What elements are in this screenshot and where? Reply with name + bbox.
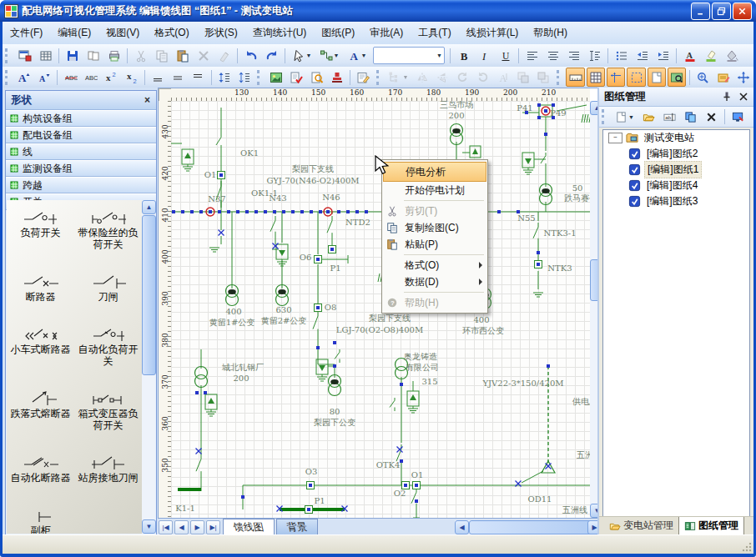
scrollbar-thumb[interactable] [142, 215, 156, 375]
underline-button[interactable]: U [496, 46, 515, 65]
print-button[interactable] [104, 46, 123, 65]
sheet-tab-0[interactable]: 馈线图 [223, 519, 275, 534]
menu-item-4[interactable]: 形状(S) [197, 23, 245, 43]
scroll-left-icon[interactable]: ◀ [455, 520, 469, 534]
move-shape-button[interactable] [734, 68, 753, 87]
distribute-v-button[interactable] [585, 46, 604, 65]
rp-delete-button[interactable] [702, 108, 721, 127]
shape-group-1[interactable]: 配电设备组 [6, 127, 156, 143]
rp-copy-button[interactable] [681, 108, 700, 127]
text-a-button[interactable]: A▼ [344, 46, 370, 65]
canvas-area[interactable]: 130140150160170180190200210 430420410400… [158, 88, 603, 519]
flip-v-button[interactable] [433, 68, 451, 87]
stamp-button[interactable] [328, 68, 346, 87]
save-button[interactable] [63, 46, 82, 65]
grid-button[interactable] [587, 68, 605, 87]
guides-button[interactable] [607, 68, 625, 87]
align-center-button[interactable] [543, 46, 562, 65]
shape-item-aux-cabinet[interactable]: 副柜 [7, 506, 74, 534]
indent-button[interactable] [653, 46, 673, 65]
spacing-inc-button[interactable] [215, 68, 234, 87]
context-menu-item-7[interactable]: 格式(O) [383, 257, 486, 273]
shape-item-auto-breaker[interactable]: 自动化断路器 [7, 454, 74, 484]
paste-button[interactable] [173, 46, 192, 65]
connector-button[interactable]: ▼ [316, 46, 342, 65]
format-brush-button[interactable] [214, 46, 234, 65]
table-calc-button[interactable] [36, 46, 55, 65]
menu-item-7[interactable]: 审批(A) [362, 23, 411, 43]
bold-button[interactable]: B [454, 46, 473, 65]
canvas-hscrollbar[interactable]: ◀ ▶ [455, 520, 602, 534]
shape-group-0[interactable]: 构筑设备组 [6, 110, 156, 127]
delete-button[interactable] [194, 46, 213, 65]
context-menu-item-4[interactable]: 复制绘图(C) [383, 219, 486, 236]
text-rotate-button[interactable]: A [494, 68, 512, 87]
shapes-panel-close-icon[interactable]: × [139, 94, 156, 106]
rp-open-button[interactable] [639, 108, 658, 127]
shape-group-3[interactable]: 监测设备组 [6, 160, 156, 177]
context-menu-item-8[interactable]: 数据(D) [383, 273, 486, 290]
abc-button[interactable]: ABC [82, 68, 100, 87]
next-page-icon[interactable]: ▶ [190, 520, 204, 534]
strikethrough-button[interactable]: ABC [61, 68, 79, 87]
shape-item-trolley-breaker[interactable]: 小车式断路器 [7, 325, 74, 367]
pan-view-button[interactable] [668, 68, 686, 87]
font-larger-button[interactable]: A [15, 68, 33, 87]
page-break-button[interactable] [648, 68, 666, 87]
shape-item-knife-switch[interactable]: 刀闸 [74, 273, 142, 303]
font-smaller-button[interactable]: A [35, 68, 53, 87]
rotate-left-button[interactable] [453, 68, 471, 87]
toolbar-grip[interactable] [557, 70, 563, 85]
zoom-fit-button[interactable] [693, 68, 712, 87]
panel-tab-1[interactable]: 图纸管理 [678, 517, 744, 535]
shape-item-dropout-fuse[interactable]: 跌落式熔断器 [7, 389, 74, 431]
bring-front-button[interactable] [514, 68, 532, 87]
ruler-button[interactable] [566, 68, 584, 87]
menu-item-1[interactable]: 编辑(E) [50, 23, 98, 43]
toolbar-grip[interactable] [376, 70, 383, 85]
menu-item-9[interactable]: 线损计算(L) [459, 23, 527, 43]
menu-item-5[interactable]: 查询统计(U) [245, 23, 315, 43]
flip-h-button[interactable] [412, 68, 431, 87]
align-right-button[interactable] [564, 46, 583, 65]
last-page-icon[interactable]: ▶| [206, 520, 220, 534]
pointer-button[interactable]: ▼ [289, 46, 315, 65]
superscript-button[interactable]: x2 [102, 68, 120, 87]
toolbar-grip[interactable] [602, 109, 608, 124]
shapes-scrollbar[interactable]: ▲ ▼ [142, 200, 155, 534]
shape-item-auto-load-switch[interactable]: 自动化负荷开关 [74, 325, 142, 367]
menu-item-2[interactable]: 视图(V) [98, 23, 147, 43]
line-low-button[interactable] [149, 68, 167, 87]
menu-item-8[interactable]: 工具(T) [411, 23, 458, 43]
rp-new-button[interactable]: ▼ [612, 108, 638, 127]
numbered-list-button[interactable] [612, 46, 631, 65]
context-menu-item-5[interactable]: 粘贴(P) [383, 236, 486, 253]
sheet-check-button[interactable] [287, 68, 305, 87]
highlight-brush-button[interactable] [701, 46, 720, 65]
menu-item-10[interactable]: 帮助(H) [526, 23, 575, 43]
menu-item-0[interactable]: 文件(F) [3, 23, 50, 43]
align-left-button[interactable] [522, 46, 542, 65]
shape-item-load-switch[interactable]: 负荷开关 [7, 208, 74, 250]
undo-button[interactable] [241, 46, 260, 65]
shape-item-box-transformer-load-switch[interactable]: 箱式变压器负荷开关 [74, 389, 142, 431]
italic-button[interactable]: I [475, 46, 494, 65]
pin-icon[interactable] [720, 90, 733, 103]
first-page-icon[interactable]: |◀ [159, 520, 173, 534]
shape-group-4[interactable]: 跨越 [6, 177, 156, 193]
spacing-dec-button[interactable] [235, 68, 254, 87]
sheet-find-button[interactable] [308, 68, 326, 87]
redo-button[interactable] [262, 46, 281, 65]
picture-button[interactable] [267, 68, 285, 87]
format-note-button[interactable] [714, 68, 733, 87]
menu-item-3[interactable]: 格式(O) [147, 23, 196, 43]
restore-button[interactable] [712, 3, 731, 20]
title-bar[interactable]: 配电网络可视化管理系统 编辑馈线图 “图纸1” - 测试变电站 [0, 0, 756, 22]
rp-rename-button[interactable]: ab [660, 108, 679, 127]
subscript-button[interactable]: x2 [122, 68, 140, 87]
rotate-right-button[interactable] [473, 68, 491, 87]
copy-button[interactable] [152, 46, 171, 65]
menu-item-6[interactable]: 图纸(P) [314, 23, 362, 43]
send-back-button[interactable] [534, 68, 552, 87]
context-menu-item-3[interactable]: 剪切(T) [383, 203, 486, 219]
